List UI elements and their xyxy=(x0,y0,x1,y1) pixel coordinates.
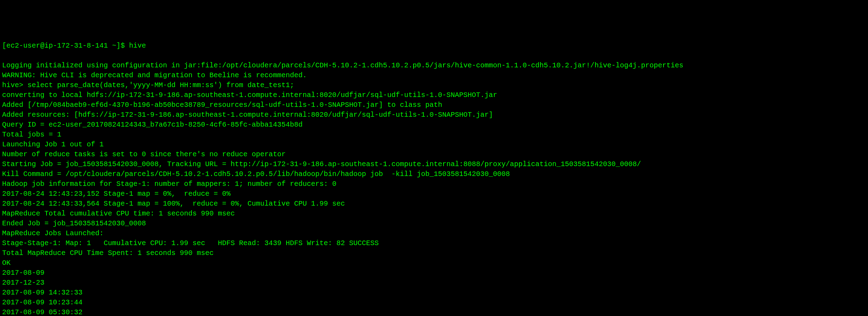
terminal-line: Total MapReduce CPU Time Spent: 1 second… xyxy=(2,248,866,258)
terminal-line: 2017-08-09 10:23:44 xyxy=(2,298,866,308)
terminal-output[interactable]: [ec2-user@ip-172-31-8-141 ~]$ hive Loggi… xyxy=(2,41,866,316)
terminal-line: 2017-08-24 12:43:23,152 Stage-1 map = 0%… xyxy=(2,189,866,199)
terminal-line: [ec2-user@ip-172-31-8-141 ~]$ hive xyxy=(2,41,866,51)
terminal-line: Logging initialized using configuration … xyxy=(2,61,866,71)
terminal-line xyxy=(2,51,866,61)
terminal-line: 2017-08-09 xyxy=(2,268,866,278)
terminal-line: WARNING: Hive CLI is deprecated and migr… xyxy=(2,71,866,80)
terminal-line: Starting Job = job_1503581542030_0008, T… xyxy=(2,159,866,169)
terminal-line: Added [/tmp/084baeb9-ef6d-4370-b196-ab50… xyxy=(2,100,866,110)
terminal-line: MapReduce Total cumulative CPU time: 1 s… xyxy=(2,209,866,219)
terminal-line: Kill Command = /opt/cloudera/parcels/CDH… xyxy=(2,169,866,179)
terminal-line: Stage-Stage-1: Map: 1 Cumulative CPU: 1.… xyxy=(2,238,866,248)
terminal-line: 2017-08-09 05:30:32 xyxy=(2,308,866,316)
terminal-line: 2017-08-09 14:32:33 xyxy=(2,288,866,298)
terminal-line: OK xyxy=(2,258,866,268)
terminal-line: Query ID = ec2-user_20170824124343_b7a67… xyxy=(2,120,866,130)
terminal-line: 2017-08-24 12:43:33,564 Stage-1 map = 10… xyxy=(2,199,866,209)
terminal-line: Ended Job = job_1503581542030_0008 xyxy=(2,219,866,229)
terminal-line: Hadoop job information for Stage-1: numb… xyxy=(2,179,866,189)
terminal-line: converting to local hdfs://ip-172-31-9-1… xyxy=(2,90,866,100)
terminal-line: 2017-12-23 xyxy=(2,278,866,288)
terminal-line: hive> select parse_date(dates,'yyyy-MM-d… xyxy=(2,80,866,90)
terminal-line: Total jobs = 1 xyxy=(2,130,866,140)
terminal-line: Added resources: [hdfs://ip-172-31-9-186… xyxy=(2,110,866,120)
terminal-line: Number of reduce tasks is set to 0 since… xyxy=(2,150,866,159)
terminal-line: MapReduce Jobs Launched: xyxy=(2,229,866,238)
terminal-line: Launching Job 1 out of 1 xyxy=(2,140,866,150)
